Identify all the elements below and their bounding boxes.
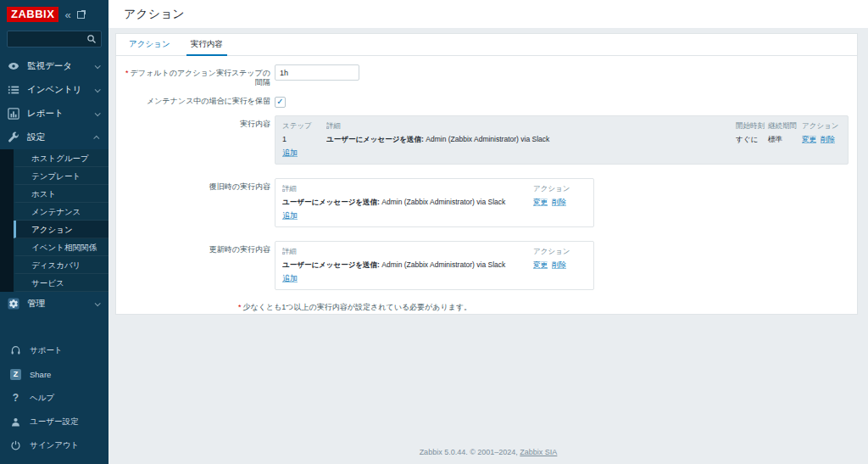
hide-sidebar-icon[interactable] (77, 11, 85, 19)
sidebar-item-administration[interactable]: 管理 (0, 292, 108, 316)
form-row-recovery-operations: 復旧時の実行内容 詳細 アクション ユーザーにメッセージを送信: Admin (… (125, 178, 849, 227)
add-recovery-operation-link[interactable]: 追加 (282, 209, 298, 222)
operations-label: 実行内容 (125, 115, 270, 129)
sidebar-item-configuration[interactable]: 設定 (0, 126, 108, 149)
sidebar-item-help[interactable]: ? ヘルプ (0, 386, 108, 410)
eye-icon (8, 60, 19, 72)
sidebar-item-label: 設定 (27, 131, 45, 143)
edit-link[interactable]: 変更 (802, 135, 816, 143)
action-edit-panel: アクション 実行内容 *デフォルトのアクション実行ステップの間隔 メンテナンス中… (115, 33, 858, 315)
content-area: アクション 実行内容 *デフォルトのアクション実行ステップの間隔 メンテナンス中… (108, 28, 868, 315)
page-title: アクション (124, 7, 860, 22)
sidebar-header: ZABBIX « (0, 0, 108, 25)
collapse-sidebar-icon[interactable]: « (64, 9, 70, 20)
sidebar-item-services[interactable]: サービス (14, 274, 108, 292)
add-update-operation-link[interactable]: 追加 (282, 271, 298, 285)
sidebar-item-label: サインアウト (30, 440, 79, 451)
zabbix-share-icon: Z (10, 369, 21, 380)
remove-link[interactable]: 削除 (552, 198, 566, 206)
sidebar-item-label: ユーザー設定 (30, 416, 78, 428)
sidebar-item-maintenance[interactable]: メンテナンス (14, 203, 108, 221)
user-icon (10, 416, 21, 428)
sidebar-footer-menu: サポート Z Share ? ヘルプ ユーザー設定 サインアウト (0, 338, 108, 464)
gear-icon (8, 298, 19, 310)
sidebar-item-sign-out[interactable]: サインアウト (0, 433, 108, 457)
chevron-up-icon (93, 135, 99, 141)
operations-table: ステップ 詳細 開始時刻 継続期間 アクション 1 ユーザーにメッセージを送信:… (275, 115, 849, 165)
col-duration: 継続期間 (768, 119, 802, 132)
sidebar-item-label: 監視データ (27, 60, 72, 72)
add-operation-link[interactable]: 追加 (282, 146, 298, 159)
chevron-down-icon (95, 110, 101, 116)
sidebar-item-label: 管理 (27, 298, 45, 310)
page-footer: Zabbix 5.0.44. © 2001–2024, Zabbix SIA (108, 441, 868, 464)
title-bar: アクション (108, 0, 868, 28)
update-operation-row: ユーザーにメッセージを送信: Admin (Zabbix Administrat… (282, 258, 587, 271)
step-interval-input[interactable] (275, 64, 359, 81)
col-details: 詳細 (282, 182, 533, 195)
update-operations-label: 更新時の実行内容 (125, 241, 270, 254)
chevron-down-icon (95, 300, 101, 306)
operation-details: ユーザーにメッセージを送信: Admin (Zabbix Administrat… (326, 132, 736, 146)
update-operations-table: 詳細 アクション ユーザーにメッセージを送信: Admin (Zabbix Ad… (275, 241, 594, 290)
pause-maintenance-checkbox[interactable]: ✓ (275, 97, 286, 108)
zabbix-sia-link[interactable]: Zabbix SIA (520, 448, 557, 456)
sidebar-item-label: Share (30, 370, 51, 379)
col-details: 詳細 (326, 119, 736, 132)
sidebar-item-user-settings[interactable]: ユーザー設定 (0, 410, 108, 433)
operation-details: ユーザーにメッセージを送信: Admin (Zabbix Administrat… (282, 258, 533, 271)
operation-row: 1 ユーザーにメッセージを送信: Admin (Zabbix Administr… (282, 132, 841, 146)
sidebar-item-label: ヘルプ (30, 393, 54, 404)
remove-link[interactable]: 削除 (552, 260, 566, 269)
tab-operations[interactable]: 実行内容 (186, 34, 227, 56)
search-input[interactable] (12, 35, 86, 44)
form-row-operations: 実行内容 ステップ 詳細 開始時刻 継続期間 アクション 1 (125, 115, 849, 165)
question-icon: ? (10, 392, 21, 404)
sidebar: ZABBIX « 監視データ イ (0, 0, 108, 464)
edit-link[interactable]: 変更 (533, 198, 548, 206)
search-icon[interactable] (86, 34, 97, 44)
required-mark: * (125, 69, 129, 77)
sidebar-item-label: レポート (27, 108, 64, 120)
sidebar-item-discovery[interactable]: ディスカバリ (14, 256, 108, 274)
sidebar-item-monitoring[interactable]: 監視データ (0, 54, 108, 78)
sidebar-item-actions[interactable]: アクション (14, 221, 108, 238)
operations-table-header: ステップ 詳細 開始時刻 継続期間 アクション (282, 119, 841, 132)
recovery-operations-table: 詳細 アクション ユーザーにメッセージを送信: Admin (Zabbix Ad… (275, 178, 594, 227)
step-interval-label: *デフォルトのアクション実行ステップの間隔 (125, 64, 270, 87)
operation-step: 1 (282, 132, 326, 146)
sidebar-item-inventory[interactable]: インベントリ (0, 78, 108, 102)
form-row-pause-maintenance: メンテナンス中の場合に実行を保留 ✓ (125, 95, 849, 108)
sidebar-item-event-correlation[interactable]: イベント相関関係 (14, 238, 108, 256)
required-mark: * (238, 303, 242, 311)
operations-form: *デフォルトのアクション実行ステップの間隔 メンテナンス中の場合に実行を保留 ✓… (116, 56, 857, 315)
sidebar-item-reports[interactable]: レポート (0, 102, 108, 126)
sidebar-item-host-groups[interactable]: ホストグループ (14, 149, 108, 167)
zabbix-app: ZABBIX « 監視データ イ (0, 0, 868, 464)
list-icon (8, 84, 19, 96)
sidebar-item-label: インベントリ (27, 84, 81, 96)
sidebar-search (7, 31, 102, 48)
tab-action[interactable]: アクション (125, 34, 175, 56)
remove-link[interactable]: 削除 (821, 135, 835, 143)
checkmark-icon: ✓ (276, 98, 283, 106)
sidebar-item-support[interactable]: サポート (0, 338, 108, 362)
edit-link[interactable]: 変更 (533, 260, 548, 269)
pause-maintenance-label: メンテナンス中の場合に実行を保留 (125, 95, 270, 106)
headset-icon (10, 345, 21, 356)
operation-details: ユーザーにメッセージを送信: Admin (Zabbix Administrat… (282, 195, 533, 209)
wrench-icon (8, 131, 19, 143)
sidebar-item-templates[interactable]: テンプレート (14, 167, 108, 185)
tab-bar: アクション 実行内容 (116, 34, 857, 56)
update-table-header: 詳細 アクション (282, 244, 587, 258)
form-row-update-operations: 更新時の実行内容 詳細 アクション ユーザーにメッセージを送信: Admin (… (125, 241, 849, 290)
sidebar-item-hosts[interactable]: ホスト (14, 185, 108, 203)
form-row-step-interval: *デフォルトのアクション実行ステップの間隔 (125, 64, 849, 87)
col-details: 詳細 (282, 244, 533, 258)
zabbix-logo[interactable]: ZABBIX (7, 7, 58, 22)
col-actions: アクション (533, 244, 587, 258)
operation-start: すぐに (736, 132, 768, 146)
sidebar-item-share[interactable]: Z Share (0, 362, 108, 386)
col-actions: アクション (533, 182, 587, 195)
operation-duration: 標準 (768, 132, 802, 146)
